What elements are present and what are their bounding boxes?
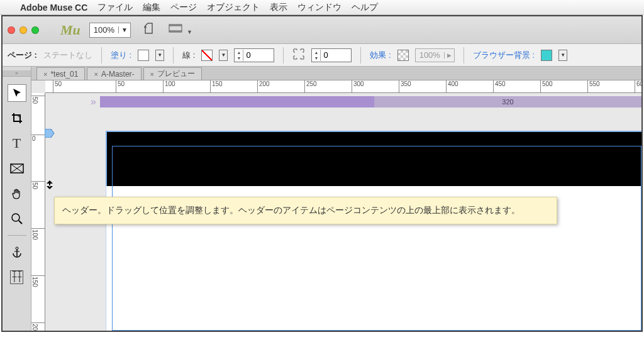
document-area: × *test_01 × A-Master- × プレビュー 50 50 100… <box>31 67 641 331</box>
ruler-vertical[interactable]: 50 0 50 100 150 200 <box>31 93 45 331</box>
zoom-value: 100% <box>94 25 114 35</box>
menu-window[interactable]: ウィンドウ <box>297 2 341 13</box>
effects-swatch[interactable] <box>397 50 409 61</box>
ruler-tick: 450 <box>493 80 506 92</box>
guide-handle-header[interactable] <box>45 180 53 189</box>
muse-logo: Mu <box>60 22 80 38</box>
menu-view[interactable]: 表示 <box>270 2 287 13</box>
rectangle-tool[interactable] <box>8 160 26 177</box>
chevron-right-icon[interactable]: » <box>87 96 100 107</box>
header-tooltip: ヘッダー。ドラッグして位置を調整します。ヘッダーのアイテムはページコンテンツの上… <box>54 197 557 224</box>
menu-edit[interactable]: 編集 <box>143 2 160 13</box>
stroke-weight-field[interactable]: ▲▼ <box>234 48 274 62</box>
canvas[interactable]: » 320 ヘッダー。ドラッグして位置を調 <box>45 93 641 331</box>
text-tool[interactable]: T <box>8 135 26 152</box>
palette-grip[interactable]: » <box>3 70 31 77</box>
stroke-dropdown[interactable]: ▼ <box>219 50 228 61</box>
breakpoint-segment-active[interactable] <box>100 96 374 107</box>
menu-help[interactable]: ヘルプ <box>352 2 378 13</box>
browser-bg-label: ブラウザー背景 : <box>473 50 535 61</box>
zoom-icon[interactable] <box>31 26 39 34</box>
ruler-tick: 350 <box>399 80 411 92</box>
selection-tool[interactable] <box>8 84 26 102</box>
menu-file[interactable]: ファイル <box>97 2 133 13</box>
app-frame: Mu 100% ▼ ▼ ページ : ステートなし 塗り : ▼ 線 : ▼ ▲▼ <box>1 15 643 332</box>
breakpoint-bar[interactable]: » 320 <box>87 96 641 108</box>
anchor-tool[interactable] <box>8 243 26 261</box>
ruler-tick: 550 <box>587 80 600 92</box>
stroke-swatch[interactable] <box>201 50 213 61</box>
ruler-horizontal[interactable]: 50 50 100 150 200 250 300 350 400 450 50… <box>45 80 641 93</box>
tool-palette: » 4 T T TT T <box>3 67 31 331</box>
zoom-select[interactable]: 100% ▼ <box>89 23 131 38</box>
tab-label: プレビュー <box>157 69 195 79</box>
ruler-tick: 0 <box>31 135 45 141</box>
page-state: ステートなし <box>43 50 92 61</box>
ruler-tick: 50 <box>31 181 45 190</box>
close-icon[interactable]: × <box>94 70 97 78</box>
ruler-tick: 50 <box>116 80 125 92</box>
breakpoint-value: 320 <box>502 98 513 106</box>
minimize-icon[interactable] <box>19 26 27 34</box>
svg-point-5 <box>12 214 19 221</box>
new-page-icon[interactable] <box>140 22 157 38</box>
ruler-tick: 200 <box>257 80 270 92</box>
workspace: » 4 T T TT T <box>3 67 641 331</box>
tab-label: *test_01 <box>50 70 78 79</box>
stroke-weight-input[interactable] <box>243 50 274 60</box>
ruler-tick: 400 <box>446 80 458 92</box>
fill-dropdown[interactable]: ▼ <box>155 50 164 61</box>
ruler-tick: 200 <box>31 322 45 331</box>
ruler-tick: 500 <box>540 80 553 92</box>
corner-radius-field[interactable]: ▲▼ <box>311 48 352 62</box>
text-variants-tool[interactable]: T TT T <box>8 268 26 286</box>
window-controls <box>8 26 39 34</box>
tab-test01[interactable]: × *test_01 <box>36 67 85 80</box>
tab-amaster[interactable]: × A-Master- <box>87 67 141 80</box>
browser-bg-swatch[interactable] <box>541 50 552 61</box>
fill-label: 塗り : <box>111 50 131 61</box>
ruler-tick: 150 <box>31 275 45 288</box>
document-tabs: × *test_01 × A-Master- × プレビュー <box>31 67 641 80</box>
close-icon[interactable]: × <box>43 70 47 78</box>
ruler-tick: 300 <box>352 80 364 92</box>
corner-radius-input[interactable] <box>321 50 351 60</box>
svg-point-7 <box>16 247 18 250</box>
menu-page[interactable]: ページ <box>170 2 197 13</box>
effects-label: 効果 : <box>370 50 391 61</box>
ruler-tick: 50 <box>53 80 62 92</box>
svg-line-6 <box>19 221 22 224</box>
menu-object[interactable]: オブジェクト <box>207 2 260 13</box>
stroke-label: 線 : <box>182 50 195 61</box>
close-icon[interactable]: × <box>150 70 154 78</box>
ruler-tick: 600 <box>635 80 641 92</box>
close-icon[interactable] <box>8 26 15 34</box>
ruler-tick: 250 <box>304 80 317 92</box>
opacity-caret-icon: ▶ <box>444 52 454 58</box>
ruler-tick: 100 <box>163 80 175 92</box>
crop-tool[interactable]: 4 <box>8 109 26 127</box>
svg-text:4: 4 <box>18 113 21 119</box>
app-name[interactable]: Adobe Muse CC <box>20 3 87 13</box>
ruler-tick: 150 <box>210 80 223 92</box>
hand-tool[interactable] <box>8 185 26 202</box>
tab-preview[interactable]: × プレビュー <box>143 67 202 80</box>
ruler-tick: 100 <box>31 228 45 241</box>
page-label: ページ : <box>8 50 37 61</box>
corner-icon[interactable] <box>292 48 305 63</box>
page-header-region[interactable] <box>106 131 641 186</box>
chevron-down-icon: ▼ <box>118 26 128 33</box>
tab-label: A-Master- <box>101 70 135 79</box>
browser-bg-dropdown[interactable]: ▼ <box>558 50 567 61</box>
control-bar: ページ : ステートなし 塗り : ▼ 線 : ▼ ▲▼ ▲▼ 効果 : 100… <box>3 44 641 67</box>
app-titlebar: Mu 100% ▼ ▼ <box>3 16 641 44</box>
opacity-value: 100% <box>416 50 444 60</box>
ruler-tick: 50 <box>31 96 45 104</box>
breakpoint-segment[interactable]: 320 <box>374 96 641 107</box>
guide-handle-top[interactable] <box>45 129 53 138</box>
opacity-field: 100% ▶ <box>415 48 455 62</box>
mac-menubar: Adobe Muse CC ファイル 編集 ページ オブジェクト 表示 ウィンド… <box>0 0 644 15</box>
filmstrip-icon[interactable]: ▼ <box>166 23 195 37</box>
zoom-tool[interactable] <box>8 210 26 228</box>
fill-swatch[interactable] <box>138 50 149 61</box>
